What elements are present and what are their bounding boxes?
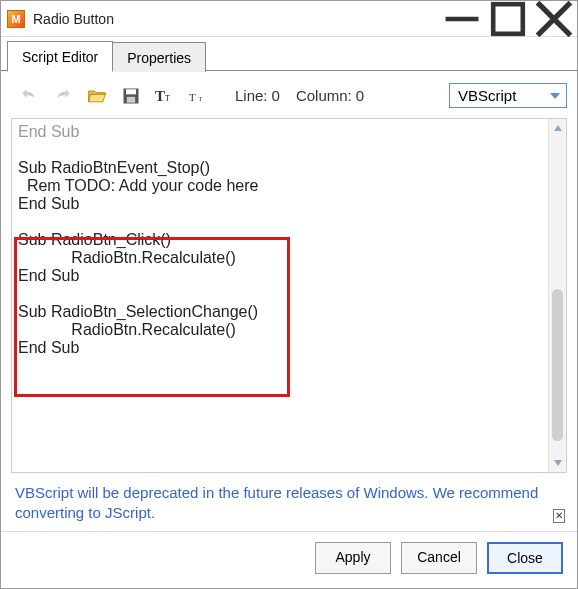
code-line: Sub RadioBtnEvent_Stop() (18, 159, 542, 177)
close-button[interactable]: Close (487, 542, 563, 574)
dismiss-warning-button[interactable]: ✕ (553, 509, 565, 523)
deprecation-warning: VBScript will be deprecated in the futur… (1, 477, 577, 532)
code-line: Rem TODO: Add your code here (18, 177, 542, 195)
svg-text:T: T (155, 88, 165, 104)
app-icon: M (7, 10, 25, 28)
editor-wrap: End Sub Sub RadioBtnEvent_Stop() Rem TOD… (11, 118, 567, 473)
svg-text:T: T (198, 95, 202, 102)
title-bar: M Radio Button (1, 1, 577, 37)
warning-text: VBScript will be deprecated in the futur… (15, 483, 553, 524)
language-value: VBScript (458, 87, 516, 104)
apply-button[interactable]: Apply (315, 542, 391, 574)
language-select[interactable]: VBScript (449, 83, 567, 108)
vertical-scrollbar[interactable] (548, 119, 566, 472)
editor-toolbar: TT TT Line:0 Column:0 VBScript (1, 71, 577, 114)
svg-rect-5 (126, 89, 136, 94)
code-line: Sub RadioBtn_Click() (18, 231, 542, 249)
code-line: RadioBtn.Recalculate() (18, 321, 542, 339)
tabs: Script Editor Properties (1, 37, 577, 71)
text-large-icon[interactable]: TT (153, 85, 177, 107)
line-value: 0 (272, 87, 280, 104)
line-label: Line: (235, 87, 268, 104)
save-icon[interactable] (119, 85, 143, 107)
window-title: Radio Button (33, 11, 114, 27)
maximize-button[interactable] (485, 1, 531, 37)
column-label: Column: (296, 87, 352, 104)
redo-icon[interactable] (51, 85, 75, 107)
undo-icon[interactable] (17, 85, 41, 107)
code-line (18, 141, 542, 159)
svg-rect-6 (127, 96, 135, 102)
code-line: RadioBtn.Recalculate() (18, 249, 542, 267)
close-window-button[interactable] (531, 1, 577, 37)
svg-text:T: T (189, 91, 196, 103)
open-icon[interactable] (85, 85, 109, 107)
window-controls (439, 1, 577, 37)
code-line: End Sub (18, 267, 542, 285)
tab-properties[interactable]: Properties (112, 42, 206, 72)
code-line (18, 285, 542, 303)
minimize-button[interactable] (439, 1, 485, 37)
code-line: End Sub (18, 123, 542, 141)
cursor-position: Line:0 Column:0 (235, 87, 364, 104)
scroll-up-icon[interactable] (549, 119, 566, 137)
code-line: Sub RadioBtn_SelectionChange() (18, 303, 542, 321)
code-editor[interactable]: End Sub Sub RadioBtnEvent_Stop() Rem TOD… (12, 119, 548, 472)
svg-rect-1 (493, 4, 523, 34)
scroll-thumb[interactable] (552, 289, 563, 441)
scroll-down-icon[interactable] (549, 454, 566, 472)
code-line: End Sub (18, 339, 542, 357)
tab-script-editor[interactable]: Script Editor (7, 41, 113, 72)
code-line (18, 213, 542, 231)
text-small-icon[interactable]: TT (187, 85, 211, 107)
scroll-track[interactable] (549, 137, 566, 454)
code-line: End Sub (18, 195, 542, 213)
dialog-footer: Apply Cancel Close (1, 531, 577, 588)
column-value: 0 (356, 87, 364, 104)
cancel-button[interactable]: Cancel (401, 542, 477, 574)
svg-text:T: T (165, 94, 170, 103)
